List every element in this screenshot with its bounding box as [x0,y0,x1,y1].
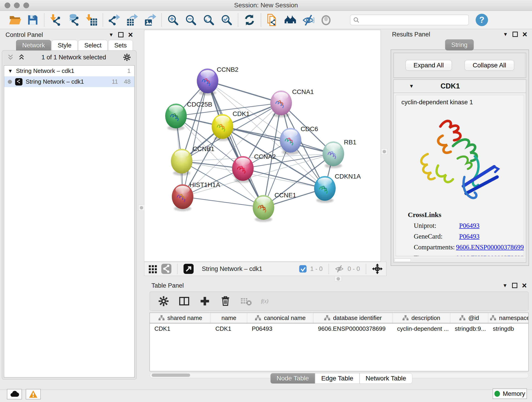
panel-menu-icon[interactable]: ▼ [502,283,507,288]
table-cell[interactable]: CDK1 [150,325,211,332]
save-session-button[interactable] [25,13,40,27]
graph-node-hist1h1a[interactable]: HIST1H1A [172,181,220,211]
tab-node-table[interactable]: Node Table [270,373,315,384]
birds-eye-view-button[interactable] [184,264,194,274]
gene-section-header[interactable]: ▼ CDK1 [394,80,526,93]
zoom-in-button[interactable] [165,13,181,27]
function-builder-button[interactable]: f(x) [261,295,273,307]
zoom-selected-button[interactable] [219,13,234,27]
network-canvas[interactable]: CCNB2CCNA1CDC25BCDK1CDC6RB1CCNB1CCNA2CDK… [144,30,381,262]
column-header-shared-name[interactable]: shared name [150,313,211,323]
graph-edge[interactable] [208,81,264,207]
toolbar-separator [44,13,44,27]
column-header-description[interactable]: description [393,313,450,323]
navigator-button[interactable] [372,264,383,274]
tab-edge-table[interactable]: Edge Table [315,373,360,384]
tab-network[interactable]: Network [16,40,51,51]
new-network-from-selection-button[interactable] [265,13,280,27]
collapse-all-button[interactable]: Collapse All [465,60,514,70]
export-network-button[interactable] [107,13,122,27]
crosslink-link[interactable]: 9606.ENSP00000378699 [456,254,524,256]
graph-edge[interactable] [183,197,264,207]
column-header-canonical-name[interactable]: canonical name [247,313,313,323]
graph-node-cdk1[interactable]: CDK1 [212,110,250,141]
float-panel-icon[interactable] [512,283,517,288]
table-cell[interactable]: stringdb [488,325,529,332]
tab-string[interactable]: String [445,39,474,51]
column-header-namespace[interactable]: namespace [488,313,529,323]
graph-node-cdc6[interactable]: CDC6 [280,125,318,155]
gear-icon[interactable] [123,53,131,62]
delete-table-button[interactable] [240,295,252,307]
import-table-file-button[interactable] [84,13,99,27]
table-cell[interactable]: P06493 [247,325,313,332]
import-network-database-button[interactable] [66,13,81,27]
network-collection-row[interactable]: ▼ String Network – cdk1 1 [4,65,134,76]
close-panel-icon[interactable]: × [128,32,133,38]
right-splitter-handle[interactable] [381,148,387,154]
network-type-button[interactable] [161,264,171,274]
network-graph[interactable]: CCNB2CCNA1CDC25BCDK1CDC6RB1CCNB1CCNA2CDK… [144,30,380,262]
graph-node-cdkn1a[interactable]: CDKN1A [314,173,361,203]
table-delete-icon [240,295,252,307]
selected-checkbox-icon[interactable] [299,265,307,273]
cloud-status-button[interactable] [7,389,22,400]
results-scrollbar[interactable] [394,258,525,262]
left-splitter-handle[interactable] [138,205,144,211]
table-row[interactable]: CDK1CDK1P064939606.ENSP00000378699cyclin… [150,323,528,334]
export-table-button[interactable] [125,13,140,27]
tree-expander-icon[interactable]: ▼ [8,69,13,74]
zoom-fit-button[interactable] [201,13,216,27]
graph-edge[interactable] [208,81,281,103]
panel-menu-icon[interactable]: ▼ [109,32,114,37]
search-input[interactable] [362,16,466,24]
tab-network-table[interactable]: Network Table [360,373,412,384]
graph-node-ccne1[interactable]: CCNE1 [253,191,296,222]
crosslink-link[interactable]: P06493 [459,233,480,240]
memory-button[interactable]: Memory [493,389,527,399]
graph-node-rb1[interactable]: RB1 [323,139,356,168]
expand-all-button[interactable]: Expand All [405,60,452,70]
import-network-file-button[interactable] [48,13,63,27]
show-all-button[interactable] [318,13,334,27]
show-columns-button[interactable] [178,295,190,307]
section-expander-icon[interactable]: ▼ [409,84,414,89]
table-cell[interactable]: CDK1 [211,325,247,332]
open-session-button[interactable] [7,13,22,27]
table-options-button[interactable] [158,295,170,307]
float-panel-icon[interactable] [118,32,123,37]
graph-edge[interactable] [183,81,208,197]
column-header-name[interactable]: name [211,313,247,323]
tab-select[interactable]: Select [78,40,108,51]
warning-status-button[interactable] [26,389,41,400]
table-cell[interactable]: cyclin-dependent ... [393,325,450,332]
close-panel-icon[interactable]: × [522,282,527,289]
column-header--id[interactable]: @id [450,313,488,323]
show-grid-button[interactable] [148,264,158,274]
graph-node-ccna2[interactable]: CCNA2 [232,153,276,183]
create-column-button[interactable] [199,295,211,307]
tab-style[interactable]: Style [51,40,78,51]
column-header-database-identifier[interactable]: database identifier [313,313,393,323]
zoom-out-button[interactable] [183,13,198,27]
help-button[interactable]: ? [476,14,488,26]
hide-selected-button[interactable] [301,13,316,27]
table-cell[interactable]: 9606.ENSP00000378699 [313,325,393,332]
scrollbar-thumb[interactable] [152,374,190,377]
export-image-button[interactable] [143,13,158,27]
apply-layout-button[interactable] [242,13,257,27]
close-panel-icon[interactable]: × [522,31,527,38]
graph-node-ccnb2[interactable]: CCNB2 [197,66,239,95]
table-cell[interactable]: stringdb:9... [450,325,488,332]
float-panel-icon[interactable] [513,32,518,37]
network-row[interactable]: String Network – cdk1 11 48 [4,76,134,87]
panel-menu-icon[interactable]: ▼ [503,32,508,37]
bottom-splitter-handle[interactable] [335,276,342,281]
expand-all-icon[interactable] [18,54,25,61]
crosslink-link[interactable]: P06493 [459,222,480,230]
collapse-all-icon[interactable] [7,54,14,61]
tab-sets[interactable]: Sets [108,40,133,51]
delete-column-button[interactable] [220,295,231,307]
crosslink-link[interactable]: 9606.ENSP00000378699 [456,243,524,251]
first-neighbors-button[interactable] [283,13,298,27]
